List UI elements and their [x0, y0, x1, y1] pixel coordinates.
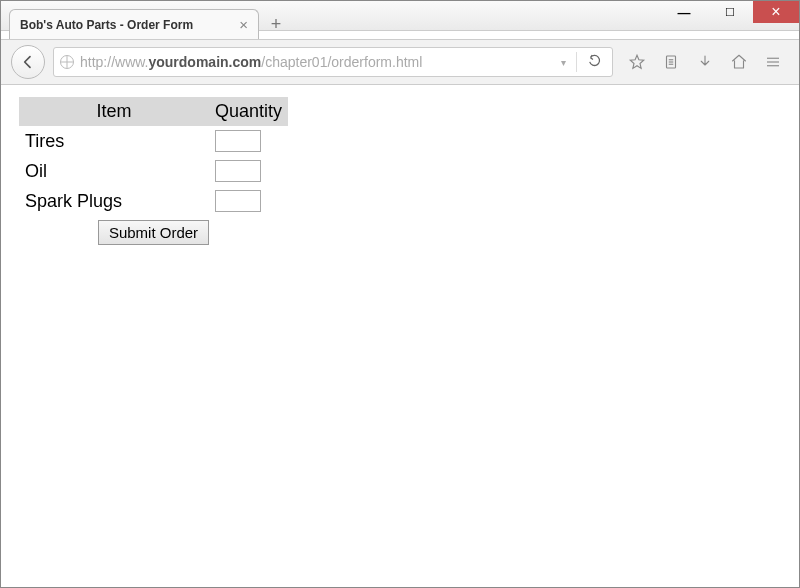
item-label: Tires	[19, 126, 209, 156]
reload-icon	[587, 53, 602, 68]
header-quantity: Quantity	[209, 97, 288, 126]
item-label: Oil	[19, 156, 209, 186]
menu-icon	[764, 53, 782, 71]
order-form-table: Item Quantity Tires Oil Spark Plugs Subm…	[19, 97, 288, 249]
url-dropdown-icon[interactable]: ▾	[557, 57, 570, 68]
maximize-button[interactable]: ☐	[707, 1, 753, 23]
table-row: Oil	[19, 156, 288, 186]
submit-row: Submit Order	[19, 216, 288, 249]
item-label: Spark Plugs	[19, 186, 209, 216]
url-bar[interactable]: http://www.yourdomain.com/chapter01/orde…	[53, 47, 613, 77]
submit-button[interactable]: Submit Order	[98, 220, 209, 245]
menu-button[interactable]	[763, 52, 783, 72]
close-button[interactable]: ×	[753, 1, 799, 23]
browser-tab[interactable]: Bob's Auto Parts - Order Form ×	[9, 9, 259, 39]
header-item: Item	[19, 97, 209, 126]
download-icon	[696, 53, 714, 71]
back-button[interactable]	[11, 45, 45, 79]
star-icon	[628, 53, 646, 71]
window-controls: — ☐ ×	[661, 1, 799, 23]
bookmark-button[interactable]	[627, 52, 647, 72]
quantity-input-tires[interactable]	[215, 130, 261, 152]
clipboard-icon	[662, 53, 680, 71]
reload-button[interactable]	[583, 53, 606, 71]
url-text: http://www.yourdomain.com/chapter01/orde…	[80, 54, 551, 70]
tab-strip: Bob's Auto Parts - Order Form × +	[9, 5, 285, 39]
separator	[576, 52, 577, 72]
download-button[interactable]	[695, 52, 715, 72]
quantity-input-oil[interactable]	[215, 160, 261, 182]
new-tab-button[interactable]: +	[267, 15, 285, 33]
home-icon	[730, 53, 748, 71]
toolbar: http://www.yourdomain.com/chapter01/orde…	[1, 39, 799, 85]
table-header-row: Item Quantity	[19, 97, 288, 126]
browser-window: — ☐ × Bob's Auto Parts - Order Form × + …	[0, 0, 800, 588]
table-row: Tires	[19, 126, 288, 156]
globe-icon	[60, 55, 74, 69]
table-row: Spark Plugs	[19, 186, 288, 216]
reader-button[interactable]	[661, 52, 681, 72]
toolbar-icons	[621, 52, 789, 72]
home-button[interactable]	[729, 52, 749, 72]
back-arrow-icon	[20, 54, 36, 70]
tab-title: Bob's Auto Parts - Order Form	[20, 18, 193, 32]
minimize-button[interactable]: —	[661, 1, 707, 23]
quantity-input-sparkplugs[interactable]	[215, 190, 261, 212]
page-content: Item Quantity Tires Oil Spark Plugs Subm…	[1, 85, 799, 585]
tab-close-icon[interactable]: ×	[239, 16, 248, 33]
